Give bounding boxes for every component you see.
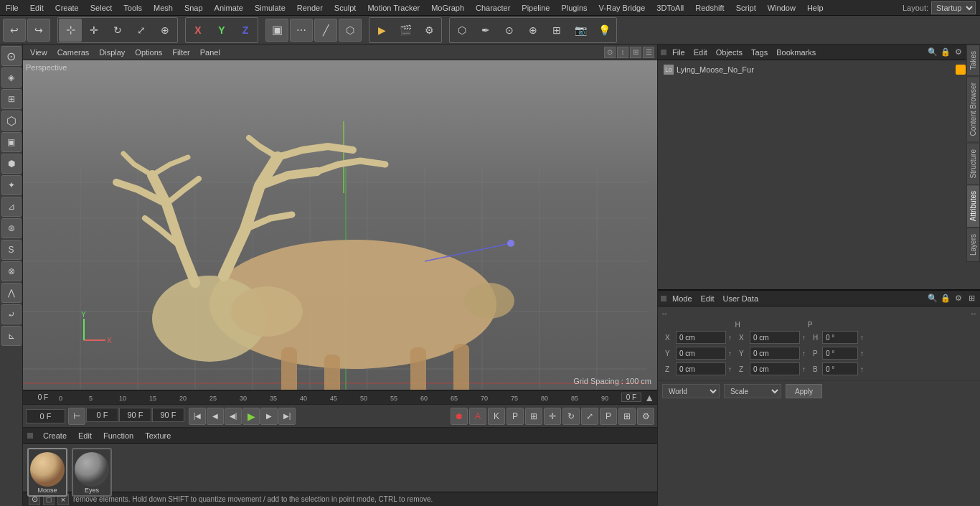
auto-key-button[interactable]: A [469, 408, 486, 425]
menu-vray[interactable]: V-Ray Bridge [593, 2, 651, 14]
viewport-ctrl-1[interactable]: ⊙ [604, 47, 616, 58]
scale-playback[interactable]: ⤢ [581, 408, 598, 425]
menu-window[interactable]: Window [762, 2, 801, 14]
viewport-filter-menu[interactable]: Filter [168, 47, 194, 58]
coord-z-rot[interactable]: 0 cm [750, 362, 800, 375]
perspective-view-button[interactable]: ⬡ [451, 19, 473, 42]
menu-edit[interactable]: Edit [24, 2, 50, 14]
object-row-moose[interactable]: Lo Lying_Moose_No_Fur [661, 63, 977, 76]
go-start-button[interactable]: |◀ [189, 408, 206, 425]
obj-bookmarks-menu[interactable]: Bookmarks [773, 47, 819, 58]
side-tab-structure[interactable]: Structure [966, 143, 980, 185]
layout-select[interactable]: Startup [931, 1, 976, 14]
scale-tool-button[interactable]: ⤢ [130, 19, 153, 42]
coord-y-pos[interactable]: 0 cm [676, 347, 726, 360]
menu-mesh[interactable]: Mesh [148, 2, 179, 14]
side-tab-content-browser[interactable]: Content Browser [966, 76, 980, 142]
coord-scale-select[interactable]: Scale [724, 384, 781, 398]
play-button[interactable]: ▶ [242, 408, 260, 425]
sidebar-btn-10[interactable]: S [1, 240, 22, 260]
edge-mode-button[interactable]: ╱ [314, 19, 337, 42]
obj-settings-icon[interactable]: ⚙ [953, 47, 964, 58]
playback-icon-1[interactable]: P [507, 408, 524, 425]
playback-end-frame1[interactable] [119, 408, 151, 422]
menu-mograph[interactable]: MoGraph [425, 2, 470, 14]
attr-edit-menu[interactable]: Edit [698, 293, 717, 304]
sidebar-btn-5[interactable]: ▣ [1, 132, 22, 152]
side-tab-layers[interactable]: Layers [966, 228, 980, 262]
sidebar-btn-7[interactable]: ✦ [1, 175, 22, 195]
undo-button[interactable]: ↩ [3, 19, 26, 42]
viewport-ctrl-4[interactable]: ☰ [643, 47, 654, 58]
menu-character[interactable]: Character [470, 2, 516, 14]
attr-userdata-menu[interactable]: User Data [720, 293, 762, 304]
attr-settings-icon[interactable]: ⚙ [953, 293, 964, 304]
render-button[interactable]: ▶ [370, 19, 393, 42]
record-button[interactable]: ⏺ [451, 408, 468, 425]
sidebar-btn-4[interactable]: ⬡ [1, 111, 22, 131]
material-function-menu[interactable]: Function [100, 430, 136, 441]
rotate-playback[interactable]: ↻ [562, 408, 580, 425]
play-reverse-button[interactable]: ◀| [225, 408, 242, 425]
sidebar-btn-2[interactable]: ◈ [1, 67, 22, 88]
object-mode-button[interactable]: ▣ [265, 19, 288, 42]
material-eyes[interactable]: Eyes [72, 448, 112, 497]
keyframe-button[interactable]: K [488, 408, 505, 425]
sidebar-btn-1[interactable]: ⊙ [1, 46, 22, 66]
coord-z-pos[interactable]: 0 cm [676, 362, 726, 375]
viewport-display-menu[interactable]: Display [95, 47, 129, 58]
viewport-canvas[interactable]: X Y Perspective Grid Spacing : 100 cm [23, 60, 657, 390]
menu-snap[interactable]: Snap [179, 2, 209, 14]
attr-lock-icon[interactable]: 🔒 [940, 293, 951, 304]
viewport-ctrl-2[interactable]: ↕ [617, 47, 628, 58]
playback-settings[interactable]: ⚙ [637, 408, 654, 425]
coord-world-select[interactable]: World [662, 384, 720, 398]
rotate-tool-button[interactable]: ↻ [106, 19, 129, 42]
render-view-button[interactable]: 🎬 [394, 19, 417, 42]
sidebar-btn-3[interactable]: ⊞ [1, 89, 22, 109]
timeline-ruler[interactable]: 0 F 0 5 10 15 20 25 30 [23, 390, 657, 404]
playback-current-frame[interactable] [86, 408, 118, 422]
viewport-cameras-menu[interactable]: Cameras [53, 47, 94, 58]
light-button[interactable]: 💡 [593, 19, 616, 42]
sidebar-btn-6[interactable]: ⬢ [1, 154, 22, 174]
transform-tool-button[interactable]: ⊕ [154, 19, 176, 42]
sidebar-btn-9[interactable]: ⊛ [1, 218, 22, 238]
sidebar-btn-13[interactable]: ⤾ [1, 304, 22, 324]
material-edit-menu[interactable]: Edit [75, 430, 95, 441]
x-axis-button[interactable]: X [187, 19, 209, 42]
playback-end-frame2[interactable] [152, 408, 184, 422]
viewport-options-menu[interactable]: Options [131, 47, 166, 58]
viewport-view-menu[interactable]: View [26, 47, 52, 58]
menu-sculpt[interactable]: Sculpt [329, 2, 362, 14]
playback-start-frame[interactable] [26, 409, 65, 423]
material-moose[interactable]: Moose [27, 448, 67, 497]
pen-tool-button[interactable]: ✒ [474, 19, 497, 42]
viewport-panel-menu[interactable]: Panel [196, 47, 225, 58]
step-back-button[interactable]: ◀ [207, 408, 224, 425]
menu-3dtoall[interactable]: 3DToAll [651, 2, 689, 14]
obj-edit-menu[interactable]: Edit [691, 47, 710, 58]
sidebar-btn-14[interactable]: ⊾ [1, 326, 22, 346]
coord-p-val[interactable]: 0 ° [822, 347, 858, 360]
step-forward-button[interactable]: ▶ [260, 408, 278, 425]
move-playback[interactable]: ✛ [544, 408, 561, 425]
coord-x-pos[interactable]: 0 cm [676, 331, 726, 344]
redo-button[interactable]: ↪ [27, 19, 50, 42]
menu-help[interactable]: Help [801, 2, 829, 14]
timeline-expand-btn[interactable]: ▲ [644, 392, 654, 403]
select-tool-button[interactable]: ⊹ [59, 19, 82, 42]
apply-button[interactable]: Apply [786, 384, 822, 398]
menu-script[interactable]: Script [730, 2, 762, 14]
menu-simulate[interactable]: Simulate [249, 2, 291, 14]
timeline-frame-display[interactable]: 0 F [621, 393, 641, 402]
poly-mode-button[interactable]: ⬡ [339, 19, 362, 42]
playback-grid[interactable]: ⊞ [618, 408, 636, 425]
menu-render[interactable]: Render [291, 2, 329, 14]
attr-search-icon[interactable]: 🔍 [927, 293, 938, 304]
obj-file-menu[interactable]: File [669, 47, 688, 58]
menu-redshift[interactable]: Redshift [689, 2, 730, 14]
menu-file[interactable]: File [0, 2, 24, 14]
side-tab-attributes[interactable]: Attributes [966, 184, 980, 228]
menu-create[interactable]: Create [50, 2, 85, 14]
